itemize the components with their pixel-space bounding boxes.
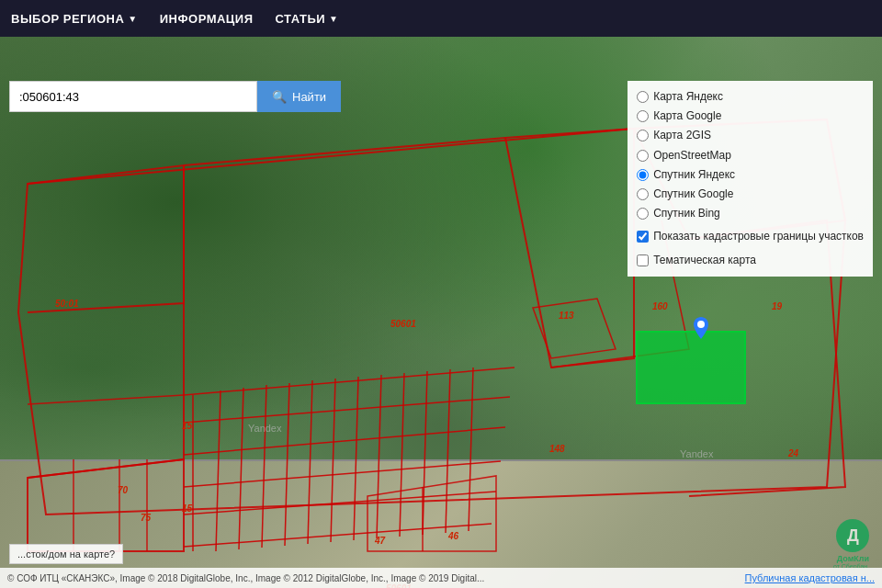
nav-articles[interactable]: СТАТЬИ ▼ bbox=[276, 12, 339, 26]
checkbox-cadastral[interactable]: Показать кадастровые границы участков bbox=[637, 228, 864, 245]
svg-line-9 bbox=[400, 373, 404, 537]
map-label-50601-left: 50:01 bbox=[55, 299, 79, 309]
svg-line-3 bbox=[262, 385, 266, 548]
public-cadastral-link[interactable]: Публичная кадастровая н... bbox=[745, 572, 875, 583]
svg-line-12 bbox=[469, 368, 473, 531]
nav-info[interactable]: ИНФОРМАЦИЯ bbox=[160, 12, 254, 26]
map-type-yandex-map[interactable]: Карта Яндекс bbox=[637, 88, 864, 106]
question-link[interactable]: ...сток/дом на карте? bbox=[9, 544, 123, 564]
search-button[interactable]: 🔍 Найти bbox=[257, 81, 341, 112]
domclick-icon: Д bbox=[836, 519, 869, 552]
chevron-down-icon: ▼ bbox=[128, 14, 137, 24]
map-label-46: 46 bbox=[448, 531, 458, 541]
map-type-2gis[interactable]: Карта 2GIS bbox=[637, 127, 864, 144]
svg-line-2 bbox=[239, 388, 243, 549]
map-type-panel: Карта Яндекс Карта Google Карта 2GIS Ope… bbox=[628, 81, 873, 277]
map-label-47: 47 bbox=[375, 536, 385, 546]
map-footer: © СОФ ИТЦ «СКАНЭКС», Image © 2018 Digita… bbox=[0, 568, 882, 588]
svg-line-1 bbox=[216, 390, 220, 551]
chevron-down-icon-2: ▼ bbox=[329, 14, 338, 24]
map-label-50601-center: 50601 bbox=[390, 319, 416, 329]
svg-line-4 bbox=[285, 383, 289, 546]
svg-point-17 bbox=[697, 321, 705, 328]
svg-line-11 bbox=[446, 369, 450, 533]
search-icon: 🔍 bbox=[272, 90, 287, 104]
nav-region-select[interactable]: ВЫБОР РЕГИОНА ▼ bbox=[11, 12, 138, 26]
checkbox-thematic[interactable]: Тематическая карта bbox=[637, 252, 864, 269]
svg-line-7 bbox=[354, 377, 358, 540]
yandex-watermark-left: Yandex bbox=[248, 423, 282, 434]
map-type-osm[interactable]: OpenStreetMap bbox=[637, 147, 864, 164]
map-label-24: 24 bbox=[788, 448, 798, 458]
map-label-113: 113 bbox=[559, 311, 574, 321]
svg-line-6 bbox=[331, 379, 335, 542]
map-label-70: 70 bbox=[118, 485, 128, 495]
navbar: ВЫБОР РЕГИОНА ▼ ИНФОРМАЦИЯ СТАТЬИ ▼ bbox=[0, 0, 882, 37]
map-type-google-sat[interactable]: Спутник Google bbox=[637, 186, 864, 203]
map-type-google-map[interactable]: Карта Google bbox=[637, 107, 864, 125]
svg-line-5 bbox=[308, 380, 312, 544]
map-label-15b: 15 bbox=[182, 503, 192, 514]
map-label-160: 160 bbox=[652, 301, 668, 311]
yandex-watermark-right: Yandex bbox=[680, 448, 714, 459]
domclick-brand: ДомКли bbox=[837, 554, 869, 563]
map-type-bing-sat[interactable]: Спутник Bing bbox=[637, 205, 864, 222]
map-label-19: 19 bbox=[772, 301, 782, 311]
map-label-15a: 15 bbox=[182, 421, 192, 431]
search-input[interactable] bbox=[9, 81, 257, 112]
domclick-watermark: Д ДомКли от Сбербан... bbox=[833, 519, 873, 570]
svg-line-8 bbox=[377, 375, 381, 538]
map-container[interactable]: 50:01 50601 113 160 19 148 24 70 75 47 4… bbox=[0, 37, 882, 588]
search-bar: 🔍 Найти bbox=[9, 81, 341, 112]
map-type-yandex-sat[interactable]: Спутник Яндекс bbox=[637, 166, 864, 184]
map-label-75: 75 bbox=[141, 513, 151, 523]
map-label-148: 148 bbox=[549, 444, 565, 454]
map-marker[interactable] bbox=[690, 317, 712, 346]
